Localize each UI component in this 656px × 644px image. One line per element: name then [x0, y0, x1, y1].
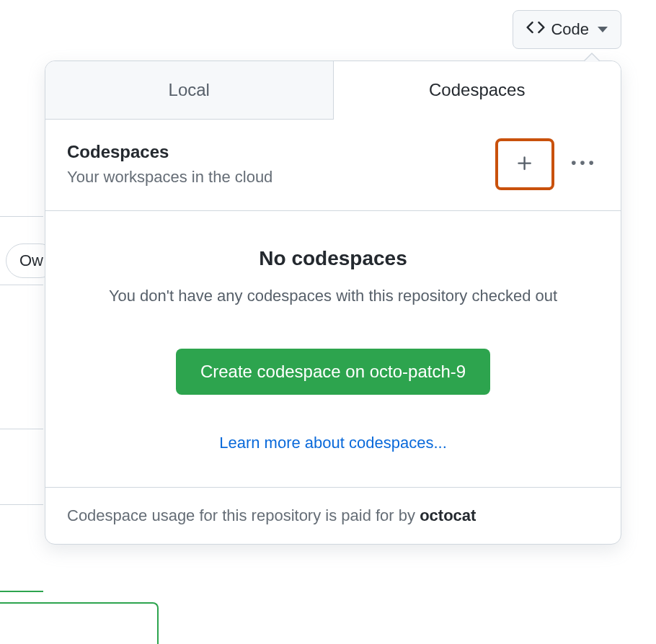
bg-divider	[0, 216, 43, 217]
codespaces-title: Codespaces	[67, 142, 272, 162]
plus-icon	[515, 154, 534, 175]
bg-divider	[0, 429, 43, 429]
empty-state: No codespaces You don't have any codespa…	[45, 211, 621, 488]
tab-codespaces[interactable]: Codespaces	[334, 61, 621, 120]
create-codespace-button[interactable]	[495, 138, 554, 190]
bg-divider	[0, 285, 43, 285]
codespaces-header: Codespaces Your workspaces in the cloud	[45, 120, 621, 211]
codespaces-subtitle: Your workspaces in the cloud	[67, 168, 272, 187]
code-icon	[526, 18, 545, 41]
code-button[interactable]: Code	[513, 10, 621, 49]
code-popover: Local Codespaces Codespaces Your workspa…	[45, 61, 621, 545]
bg-divider	[0, 591, 43, 592]
create-codespace-on-branch-button[interactable]: Create codespace on octo-patch-9	[176, 349, 490, 395]
chevron-down-icon	[598, 27, 608, 32]
footer-text: Codespace usage for this repository is p…	[67, 506, 420, 524]
learn-more-link[interactable]: Learn more about codespaces...	[219, 434, 447, 452]
bg-divider	[0, 504, 43, 505]
codespace-options-button[interactable]	[566, 147, 599, 182]
bg-green-button-edge	[0, 602, 159, 644]
footer-owner: octocat	[420, 506, 476, 524]
empty-state-description: You don't have any codespaces with this …	[89, 283, 577, 308]
background-context: Ow	[0, 0, 43, 644]
tab-local[interactable]: Local	[45, 61, 334, 119]
footer: Codespace usage for this repository is p…	[45, 488, 621, 544]
code-button-label: Code	[551, 20, 589, 39]
header-actions	[495, 138, 599, 190]
header-text: Codespaces Your workspaces in the cloud	[67, 142, 272, 187]
kebab-icon	[572, 153, 593, 176]
tabs-container: Local Codespaces	[45, 61, 621, 120]
empty-state-title: No codespaces	[89, 247, 577, 270]
